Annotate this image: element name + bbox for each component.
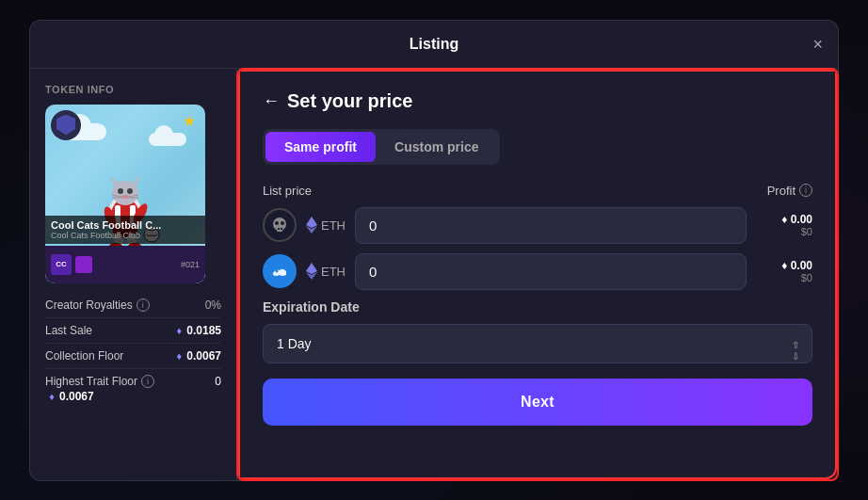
svg-marker-6 bbox=[131, 176, 140, 185]
card-logo bbox=[51, 110, 81, 140]
svg-rect-26 bbox=[278, 228, 280, 230]
highest-trait-floor-section: Highest Trait Floor i 0 ♦ 0.0067 bbox=[45, 375, 221, 403]
x2y2-profit-usd: $0 bbox=[756, 226, 812, 237]
collection-name: Cool Cats Football Club bbox=[51, 231, 200, 240]
creator-royalties-label: Creator Royalties i bbox=[45, 298, 150, 312]
highest-trait-floor-value: ♦ 0.0067 bbox=[45, 390, 221, 403]
skull-icon bbox=[269, 215, 290, 235]
modal-header: Listing × bbox=[30, 21, 838, 69]
opensea-profit-usd: $0 bbox=[756, 272, 812, 283]
opensea-price-row: ETH ♦ 0.00 $0 bbox=[263, 253, 812, 290]
collection-floor-label: Collection Floor bbox=[45, 349, 123, 363]
svg-marker-5 bbox=[110, 176, 120, 185]
x2y2-price-input[interactable] bbox=[355, 207, 747, 244]
svg-point-8 bbox=[127, 188, 133, 194]
brand-logo: CC bbox=[51, 254, 72, 275]
svg-point-24 bbox=[281, 221, 284, 225]
opensea-icon bbox=[263, 254, 297, 288]
shield-icon bbox=[56, 115, 75, 136]
card-id: #021 bbox=[181, 260, 200, 269]
listing-modal: Listing × TOKEN INFO bbox=[29, 20, 839, 481]
opensea-price-input[interactable] bbox=[355, 253, 747, 290]
creator-royalties-value: 0% bbox=[205, 298, 221, 312]
right-panel: ← Set your price Same profit Custom pric… bbox=[238, 70, 837, 479]
tab-same-profit[interactable]: Same profit bbox=[265, 132, 376, 162]
svg-point-9 bbox=[121, 195, 129, 199]
card-name-bar: Cool Cats Football C... Cool Cats Footba… bbox=[45, 216, 205, 244]
opensea-currency: ETH bbox=[306, 263, 346, 280]
token-info-label: TOKEN INFO bbox=[45, 84, 221, 95]
x2y2-profit-eth: ♦ 0.00 bbox=[756, 213, 812, 226]
close-button[interactable]: × bbox=[812, 36, 823, 53]
tab-custom-price[interactable]: Custom price bbox=[376, 132, 497, 162]
last-sale-label: Last Sale bbox=[45, 324, 92, 337]
list-price-label: List price bbox=[263, 184, 312, 198]
eth-icon: ♦ bbox=[47, 390, 56, 403]
right-section: ← Set your price Same profit Custom pric… bbox=[236, 68, 839, 481]
opensea-boat-icon bbox=[269, 261, 290, 282]
last-sale-stat: Last Sale ♦ 0.0185 bbox=[45, 318, 221, 344]
svg-point-7 bbox=[118, 188, 123, 194]
sub-logo bbox=[75, 256, 92, 273]
set-price-title: Set your price bbox=[287, 90, 412, 112]
expiration-select-wrapper: 1 Day 3 Days 7 Days 1 Month 3 Months 6 M… bbox=[263, 324, 812, 379]
expiration-select[interactable]: 1 Day 3 Days 7 Days 1 Month 3 Months 6 M… bbox=[263, 324, 812, 363]
eth-logo-2 bbox=[306, 263, 317, 280]
eth-icon: ♦ bbox=[174, 324, 184, 337]
price-tabs: Same profit Custom price bbox=[263, 129, 500, 165]
creator-royalties-info-icon[interactable]: i bbox=[137, 298, 150, 312]
profit-info-icon[interactable]: i bbox=[799, 184, 812, 197]
highest-trait-info-icon[interactable]: i bbox=[141, 375, 154, 388]
last-sale-value: ♦ 0.0185 bbox=[174, 324, 221, 337]
next-button[interactable]: Next bbox=[263, 379, 812, 426]
modal-title: Listing bbox=[410, 36, 458, 53]
nft-card: ★ bbox=[45, 105, 205, 283]
left-panel: TOKEN INFO ★ bbox=[30, 69, 237, 480]
collection-floor-value: ♦ 0.0067 bbox=[174, 349, 221, 363]
x2y2-profit: ♦ 0.00 $0 bbox=[756, 213, 812, 237]
profit-label: Profit i bbox=[767, 184, 812, 198]
opensea-profit-eth: ♦ 0.00 bbox=[756, 259, 812, 272]
creator-royalties-stat: Creator Royalties i 0% bbox=[45, 293, 221, 318]
modal-body: TOKEN INFO ★ bbox=[30, 69, 838, 480]
x2y2-icon bbox=[263, 208, 297, 242]
svg-point-29 bbox=[276, 270, 279, 273]
eth-icon: ♦ bbox=[174, 349, 184, 363]
card-footer: CC #021 bbox=[45, 246, 205, 283]
x2y2-currency: ETH bbox=[306, 217, 346, 234]
x2y2-price-row: ETH ♦ 0.00 $0 bbox=[263, 207, 812, 244]
svg-rect-27 bbox=[281, 228, 282, 230]
back-button[interactable]: ← bbox=[263, 92, 280, 109]
highest-trait-0: 0 bbox=[215, 375, 221, 388]
price-row-header: List price Profit i bbox=[263, 184, 812, 198]
expiration-label: Expiration Date bbox=[263, 299, 812, 315]
set-price-header: ← Set your price bbox=[263, 90, 812, 112]
eth-logo bbox=[306, 217, 317, 234]
nft-name: Cool Cats Football C... bbox=[51, 219, 200, 231]
opensea-profit: ♦ 0.00 $0 bbox=[756, 259, 812, 283]
star-icon: ★ bbox=[183, 112, 196, 130]
collection-floor-stat: Collection Floor ♦ 0.0067 bbox=[45, 344, 221, 369]
highest-trait-floor-label: Highest Trait Floor i 0 bbox=[45, 375, 221, 388]
svg-point-23 bbox=[275, 221, 279, 225]
